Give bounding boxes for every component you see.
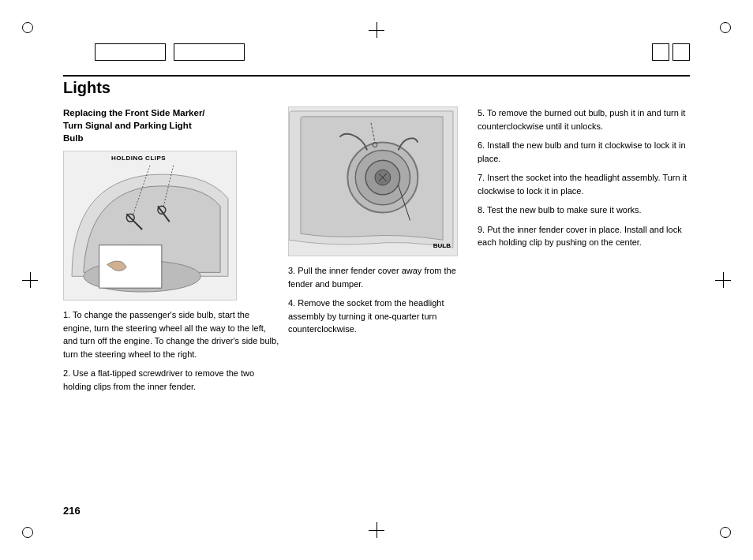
left-diagram: HOLDING CLIPS: [63, 151, 237, 301]
step-7: 7. Insert the socket into the headlight …: [478, 171, 690, 197]
page-num-box-1: [652, 43, 669, 61]
steps-3-4: 3. Pull the inner fender cover away from…: [288, 264, 470, 336]
page-num-boxes: [652, 43, 690, 61]
step-6: 6. Install the new bulb and turn it cloc…: [478, 139, 690, 165]
tab-box-1: [95, 43, 166, 61]
page-num-box-2: [672, 43, 690, 61]
steps-1-2: 1. To change the passenger's side bulb, …: [63, 308, 280, 393]
center-cross-top: [369, 22, 384, 38]
center-cross-bottom: [369, 522, 384, 538]
right-column: 5. To remove the burned out bulb, push i…: [478, 106, 690, 497]
left-column: Replacing the Front Side Marker/Turn Sig…: [63, 106, 288, 497]
bulb-label: BULB: [433, 242, 451, 249]
page-number: 216: [63, 505, 81, 517]
step-1: 1. To change the passenger's side bulb, …: [63, 308, 280, 360]
center-cross-right: [715, 272, 731, 288]
tab-box-2: [174, 43, 245, 61]
corner-mark-br: [715, 522, 731, 538]
step-9: 9. Put the inner fender cover in place. …: [478, 223, 690, 249]
step-5: 5. To remove the burned out bulb, push i…: [478, 106, 690, 133]
step-8: 8. Test the new bulb to make sure it wor…: [478, 203, 690, 217]
main-content: Replacing the Front Side Marker/Turn Sig…: [63, 106, 690, 497]
middle-diagram: BULB: [288, 106, 458, 256]
center-cross-left: [22, 272, 38, 288]
steps-5-9: 5. To remove the burned out bulb, push i…: [478, 106, 690, 249]
header-line: [63, 75, 690, 77]
corner-mark-tl: [22, 22, 38, 38]
holding-clips-label: HOLDING CLIPS: [111, 155, 166, 162]
section-heading: Replacing the Front Side Marker/Turn Sig…: [63, 106, 280, 144]
columns: Replacing the Front Side Marker/Turn Sig…: [63, 106, 690, 497]
top-tabs: [95, 43, 245, 61]
step-3: 3. Pull the inner fender cover away from…: [288, 264, 470, 290]
step-4: 4. Remove the socket from the headlight …: [288, 297, 470, 336]
step-2: 2. Use a flat-tipped screwdriver to remo…: [63, 367, 280, 393]
page-title: Lights: [63, 79, 111, 97]
middle-column: BULB 3. Pull the inner fender cover away…: [288, 106, 478, 497]
corner-mark-tr: [715, 22, 731, 38]
svg-rect-6: [99, 245, 162, 288]
corner-mark-bl: [22, 522, 38, 538]
